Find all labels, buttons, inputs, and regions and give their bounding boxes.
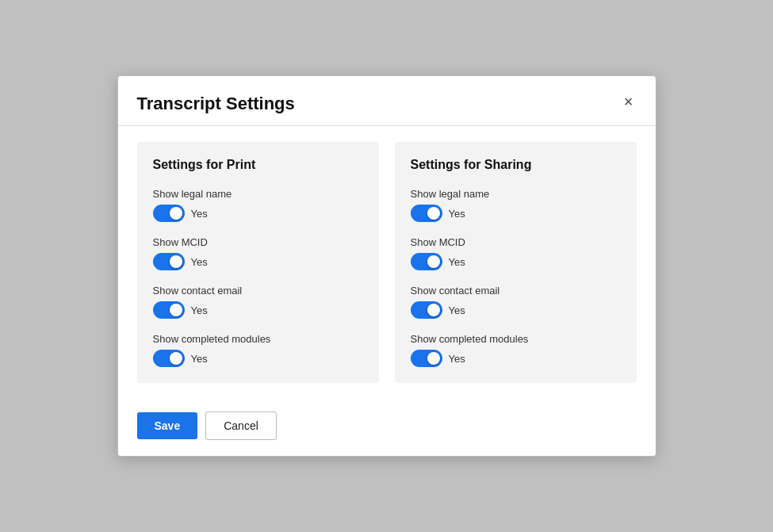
print-completed-modules-label: Show completed modules <box>153 333 363 345</box>
sharing-completed-modules-yes-label: Yes <box>449 353 465 365</box>
print-completed-modules-setting: Show completed modules Yes <box>153 333 363 367</box>
sharing-contact-email-toggle-row: Yes <box>411 301 621 319</box>
print-mcid-toggle[interactable] <box>153 253 185 270</box>
sharing-contact-email-setting: Show contact email Yes <box>411 285 621 319</box>
sharing-legal-name-toggle-row: Yes <box>411 205 621 222</box>
sharing-legal-name-yes-label: Yes <box>449 208 465 220</box>
print-mcid-label: Show MCID <box>153 236 363 248</box>
print-completed-modules-toggle-row: Yes <box>153 350 363 367</box>
sharing-legal-name-setting: Show legal name Yes <box>411 188 621 222</box>
close-button[interactable]: × <box>621 94 637 109</box>
print-mcid-yes-label: Yes <box>191 256 208 268</box>
transcript-settings-dialog: Transcript Settings × Settings for Print… <box>117 75 656 457</box>
dialog-title: Transcript Settings <box>137 94 295 114</box>
sharing-completed-modules-setting: Show completed modules Yes <box>411 333 621 367</box>
sharing-completed-modules-label: Show completed modules <box>411 333 621 345</box>
print-settings-panel: Settings for Print Show legal name Yes S… <box>137 142 379 383</box>
print-panel-title: Settings for Print <box>153 158 363 172</box>
sharing-settings-panel: Settings for Sharing Show legal name Yes… <box>395 142 637 383</box>
print-contact-email-setting: Show contact email Yes <box>153 285 363 319</box>
print-mcid-setting: Show MCID Yes <box>153 236 363 270</box>
sharing-mcid-yes-label: Yes <box>449 256 465 268</box>
dialog-header: Transcript Settings × <box>118 76 656 126</box>
print-legal-name-setting: Show legal name Yes <box>153 188 363 222</box>
print-mcid-toggle-row: Yes <box>153 253 363 270</box>
print-legal-name-toggle-row: Yes <box>153 205 363 222</box>
print-contact-email-toggle-row: Yes <box>153 301 363 319</box>
sharing-mcid-toggle[interactable] <box>411 253 442 270</box>
dialog-body: Settings for Print Show legal name Yes S… <box>118 126 656 399</box>
save-button[interactable]: Save <box>137 412 198 439</box>
sharing-completed-modules-toggle-row: Yes <box>411 350 621 367</box>
print-completed-modules-yes-label: Yes <box>191 353 208 365</box>
sharing-contact-email-toggle[interactable] <box>411 301 442 319</box>
sharing-mcid-toggle-row: Yes <box>411 253 621 270</box>
print-contact-email-yes-label: Yes <box>191 304 208 316</box>
print-legal-name-label: Show legal name <box>153 188 363 200</box>
print-legal-name-yes-label: Yes <box>191 208 208 220</box>
cancel-button[interactable]: Cancel <box>205 411 277 440</box>
print-contact-email-label: Show contact email <box>153 285 363 297</box>
print-completed-modules-toggle[interactable] <box>153 350 185 367</box>
dialog-footer: Save Cancel <box>118 399 656 456</box>
sharing-contact-email-label: Show contact email <box>411 285 621 297</box>
sharing-mcid-setting: Show MCID Yes <box>411 236 621 270</box>
sharing-contact-email-yes-label: Yes <box>449 304 465 316</box>
sharing-panel-title: Settings for Sharing <box>411 158 621 172</box>
sharing-mcid-label: Show MCID <box>411 236 621 248</box>
sharing-legal-name-toggle[interactable] <box>411 205 442 222</box>
print-contact-email-toggle[interactable] <box>153 301 185 319</box>
sharing-completed-modules-toggle[interactable] <box>411 350 442 367</box>
print-legal-name-toggle[interactable] <box>153 205 185 222</box>
sharing-legal-name-label: Show legal name <box>411 188 621 200</box>
